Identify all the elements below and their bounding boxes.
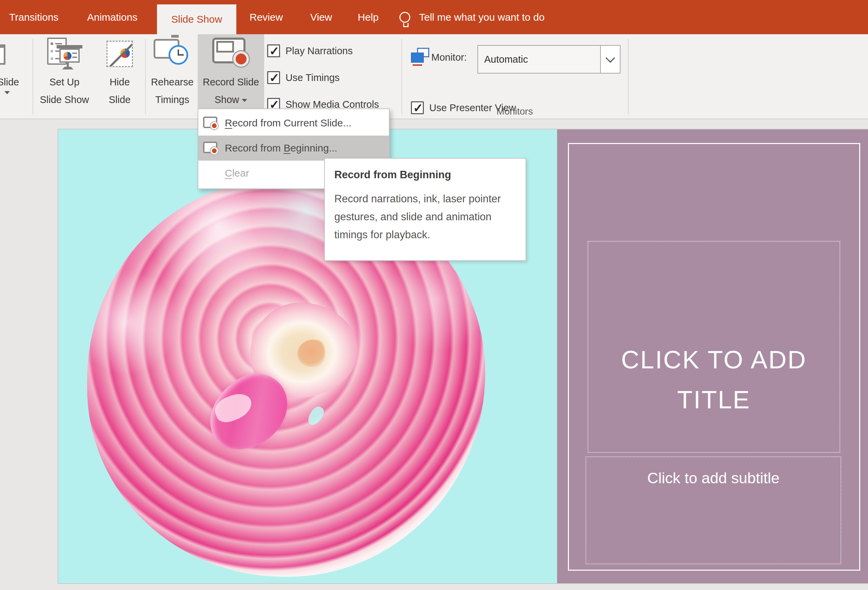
tab-review[interactable]: Review [249,0,283,34]
chevron-down-icon [605,53,615,63]
hide-slide-button[interactable]: Hide Slide [96,34,144,109]
ribbon-divider [402,39,402,114]
monitor-dropdown[interactable]: Automatic [477,45,620,74]
tab-slide-show-label: Slide Show [157,4,236,34]
tab-transitions[interactable]: Transitions [9,0,59,34]
rehearse-timings-button[interactable]: Rehearse Timings [147,34,197,109]
ribbon-divider [628,39,629,114]
ribbon-divider [145,39,146,114]
chevron-down-icon [4,91,10,105]
monitors-group-label: Monitors [402,106,628,117]
onion-core [250,303,358,398]
record-icon [203,142,219,154]
record-icon [203,116,219,129]
ribbon-tab-strip: Transitions Animations Slide Show Review… [0,0,868,34]
title-placeholder-text: CLICK TO ADD TITLE [606,340,822,420]
rehearse-label-1: Rehearse [151,73,193,91]
menu-item-label: Record from Current Slide... [225,117,351,129]
menu-item-record-from-beginning[interactable]: Record from Beginning... [198,135,389,160]
set-up-label-2: Slide Show [40,91,89,109]
play-narrations-checkbox[interactable] [267,44,280,57]
title-slide-layout[interactable]: CLICK TO ADD TITLE Click to add subtitle [557,129,868,584]
tab-slide-show[interactable]: Slide Show [157,4,236,34]
menu-item-label: Clear [225,168,249,179]
slide-icon-fragment [0,44,6,65]
custom-slide-show-button-partial[interactable]: Slide [0,34,21,109]
subtitle-placeholder-text: Click to add subtitle [586,469,840,487]
set-up-slide-show-button[interactable]: Set Up Slide Show [35,34,94,109]
record-slide-show-button[interactable]: Record Slide Show [198,34,264,109]
rehearse-label-2: Timings [155,91,189,109]
use-timings-label: Use Timings [285,72,340,83]
record-slide-show-icon [212,38,249,70]
monitor-dropdown-arrow[interactable] [600,46,620,73]
use-timings-checkbox[interactable] [267,71,280,84]
hide-slide-icon [106,41,133,67]
tab-view[interactable]: View [310,0,332,34]
use-timings-row: Use Timings [267,71,340,84]
lightbulb-icon [399,12,410,23]
hide-label-2: Slide [109,91,131,109]
record-from-beginning-tooltip: Record from Beginning Record narrations,… [324,158,526,261]
play-narrations-label: Play Narrations [285,46,353,57]
onion-cyan-speck [306,404,326,427]
tab-help[interactable]: Help [358,0,379,34]
tab-animations[interactable]: Animations [87,0,137,34]
ribbon: Slide Set Up Slide Show Hide Slide [0,34,868,119]
set-up-slide-show-icon [46,38,83,70]
chevron-down-icon [242,99,247,102]
subtitle-placeholder[interactable]: Click to add subtitle [586,456,841,564]
menu-item-label: Record from Beginning... [225,142,337,154]
monitor-label: Monitor: [431,52,467,63]
monitor-icon [411,48,429,64]
tooltip-title: Record from Beginning [334,169,516,181]
partial-button-label: Slide [0,73,19,91]
onion-gloss-highlight [196,363,301,462]
rehearse-timings-icon [154,38,191,70]
monitor-dropdown-value: Automatic [478,54,600,65]
ribbon-divider [32,39,33,114]
menu-item-record-from-current-slide[interactable]: Record from Current Slide... [198,110,389,135]
record-label-2: Show [215,94,239,105]
tooltip-body: Record narrations, ink, laser pointer ge… [334,190,519,244]
tell-me-label: Tell me what you want to do [419,12,545,23]
hide-label-1: Hide [109,73,130,91]
play-narrations-row: Play Narrations [267,44,353,57]
set-up-label-1: Set Up [50,73,80,91]
record-label-1: Record Slide [203,73,259,91]
onion-core-seed [294,335,329,371]
title-placeholder[interactable]: CLICK TO ADD TITLE [588,241,840,453]
tell-me-box[interactable]: Tell me what you want to do [399,0,545,34]
